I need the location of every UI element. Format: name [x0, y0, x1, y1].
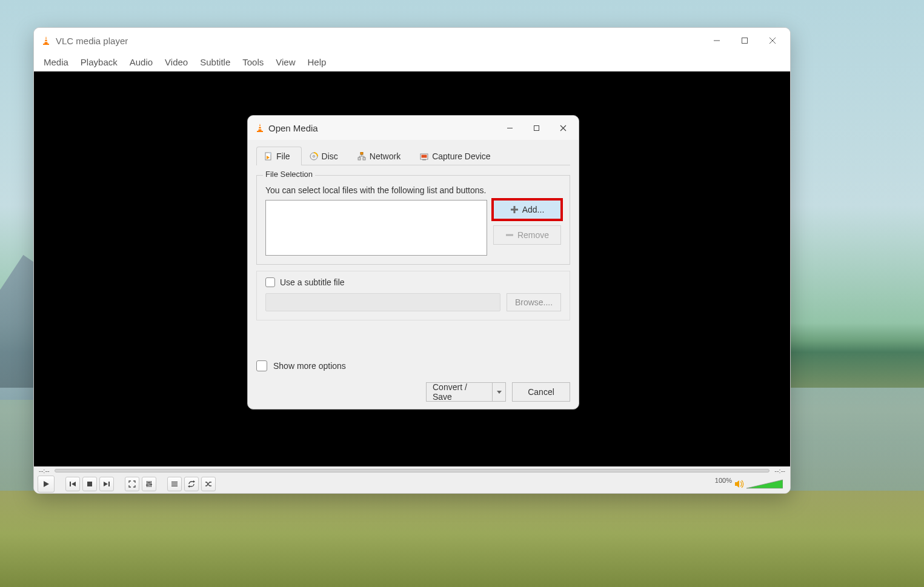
- svg-rect-9: [70, 482, 71, 486]
- svg-rect-45: [422, 159, 426, 161]
- open-media-dialog: Open Media File Disc Network Capture Dev…: [247, 115, 579, 410]
- svg-rect-32: [534, 125, 539, 130]
- remove-button[interactable]: Remove: [493, 225, 561, 245]
- use-subtitle-label: Use a subtitle file: [280, 277, 345, 287]
- svg-rect-3: [45, 41, 48, 42]
- chevron-down-icon: [496, 389, 502, 395]
- file-icon: [264, 152, 273, 161]
- time-elapsed[interactable]: --:--: [39, 467, 50, 474]
- svg-rect-30: [259, 128, 262, 129]
- speaker-icon[interactable]: [734, 479, 744, 489]
- svg-marker-26: [746, 480, 783, 488]
- dialog-tabs: File Disc Network Capture Device: [256, 146, 570, 165]
- extended-settings-button[interactable]: [142, 477, 156, 491]
- tab-network-label: Network: [370, 151, 401, 161]
- svg-marker-0: [44, 36, 48, 44]
- menu-video[interactable]: Video: [159, 55, 194, 70]
- convert-save-splitbutton[interactable]: Convert / Save: [426, 382, 506, 402]
- menu-audio[interactable]: Audio: [124, 55, 159, 70]
- show-more-options-checkbox[interactable]: [256, 360, 267, 371]
- svg-marker-23: [193, 480, 195, 483]
- convert-save-button[interactable]: Convert / Save: [426, 382, 493, 402]
- browse-button: Browse....: [507, 293, 561, 311]
- dialog-minimize-button[interactable]: [496, 116, 523, 140]
- time-remaining[interactable]: --:--: [774, 467, 785, 474]
- minus-icon: [505, 231, 514, 239]
- minimize-button[interactable]: [703, 28, 731, 53]
- svg-rect-41: [358, 158, 361, 160]
- tab-network[interactable]: Network: [350, 147, 412, 165]
- svg-rect-48: [506, 234, 513, 236]
- use-subtitle-checkbox[interactable]: [265, 277, 275, 287]
- menu-tools[interactable]: Tools: [236, 55, 270, 70]
- file-selection-hint: You can select local files with the foll…: [265, 185, 561, 195]
- svg-rect-40: [361, 152, 363, 154]
- tab-disc-label: Disc: [322, 151, 338, 161]
- menu-subtitle[interactable]: Subtitle: [194, 55, 236, 70]
- svg-rect-29: [259, 126, 261, 127]
- volume-slider[interactable]: [746, 479, 783, 489]
- svg-marker-24: [188, 485, 190, 488]
- svg-marker-13: [104, 482, 108, 486]
- svg-rect-20: [171, 482, 178, 483]
- fullscreen-button[interactable]: [125, 477, 139, 491]
- remove-button-label: Remove: [517, 230, 549, 240]
- menu-view[interactable]: View: [270, 55, 301, 70]
- dialog-titlebar[interactable]: Open Media: [248, 116, 579, 140]
- convert-save-dropdown[interactable]: [493, 382, 506, 402]
- shuffle-button[interactable]: [201, 477, 216, 491]
- main-window-title: VLC media player: [56, 36, 128, 46]
- bottom-controls: --:-- --:-- 100%: [34, 466, 790, 493]
- svg-rect-14: [147, 481, 148, 487]
- menu-playback[interactable]: Playback: [75, 55, 124, 70]
- dialog-maximize-button[interactable]: [523, 116, 550, 140]
- next-button[interactable]: [99, 477, 114, 491]
- dialog-close-button[interactable]: [550, 116, 576, 140]
- add-button-label: Add...: [522, 205, 545, 214]
- svg-marker-27: [258, 124, 262, 131]
- add-button[interactable]: Add...: [493, 200, 561, 219]
- subtitle-group: Use a subtitle file Browse....: [256, 271, 570, 320]
- file-list[interactable]: [265, 200, 487, 256]
- dialog-title: Open Media: [268, 123, 318, 133]
- capture-icon: [420, 152, 428, 161]
- svg-marker-8: [44, 481, 49, 487]
- svg-marker-10: [71, 482, 76, 486]
- stop-button[interactable]: [82, 477, 97, 491]
- svg-rect-18: [148, 482, 150, 483]
- main-titlebar[interactable]: VLC media player: [34, 28, 790, 53]
- previous-button[interactable]: [65, 477, 80, 491]
- svg-rect-44: [422, 155, 427, 158]
- loop-button[interactable]: [184, 477, 199, 491]
- cancel-button[interactable]: Cancel: [512, 382, 570, 402]
- subtitle-path-field: [265, 293, 500, 311]
- tab-disc[interactable]: Disc: [302, 147, 350, 165]
- svg-rect-12: [108, 482, 110, 486]
- disc-icon: [310, 152, 318, 161]
- tab-file-label: File: [276, 151, 290, 161]
- file-selection-group: File Selection You can select local file…: [256, 175, 570, 265]
- tab-capture[interactable]: Capture Device: [412, 147, 502, 165]
- seek-slider[interactable]: [55, 469, 770, 473]
- svg-rect-2: [45, 39, 47, 39]
- svg-rect-47: [511, 209, 518, 211]
- svg-rect-5: [742, 38, 748, 44]
- menu-media[interactable]: Media: [38, 55, 75, 70]
- svg-rect-22: [171, 485, 178, 486]
- show-more-options-label: Show more options: [273, 361, 346, 371]
- add-button-highlight: Add...: [493, 200, 561, 219]
- svg-rect-15: [148, 481, 150, 487]
- playlist-button[interactable]: [167, 477, 182, 491]
- main-menubar: Media Playback Audio Video Subtitle Tool…: [34, 53, 790, 71]
- network-icon: [357, 152, 366, 161]
- file-selection-legend: File Selection: [263, 170, 315, 179]
- svg-rect-1: [43, 44, 49, 45]
- tab-file[interactable]: File: [256, 147, 302, 165]
- close-button[interactable]: [759, 28, 786, 53]
- volume-label: 100%: [715, 477, 732, 484]
- plus-icon: [510, 205, 519, 214]
- maximize-button[interactable]: [731, 28, 759, 53]
- vlc-cone-icon: [255, 123, 265, 133]
- menu-help[interactable]: Help: [302, 55, 333, 70]
- play-button[interactable]: [38, 476, 55, 492]
